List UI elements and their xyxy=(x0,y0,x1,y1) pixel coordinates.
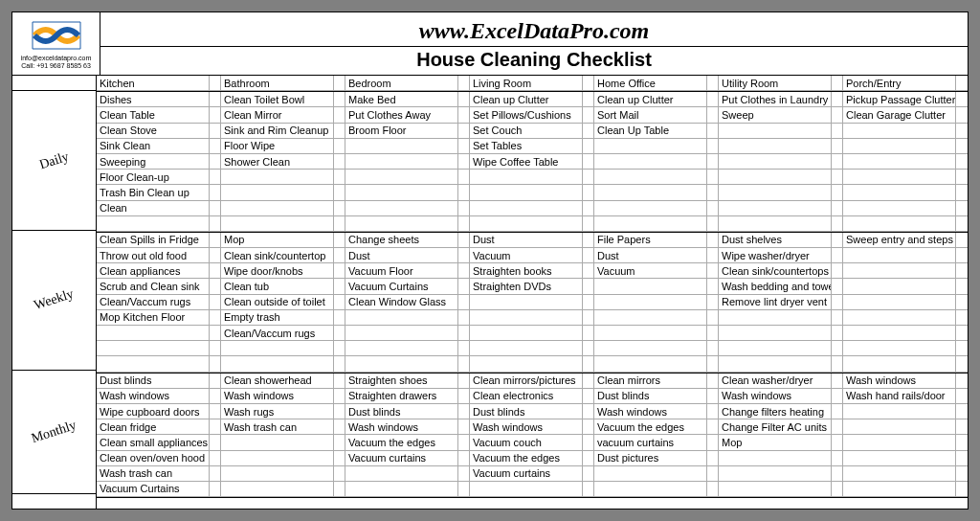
check-cell[interactable] xyxy=(583,154,594,170)
check-cell[interactable] xyxy=(707,92,719,107)
check-cell[interactable] xyxy=(832,233,843,248)
check-cell[interactable] xyxy=(956,92,968,107)
check-cell[interactable] xyxy=(334,389,345,404)
check-cell[interactable] xyxy=(210,482,221,497)
check-cell[interactable] xyxy=(210,435,221,450)
check-cell[interactable] xyxy=(458,279,470,294)
check-cell[interactable] xyxy=(210,404,221,419)
check-cell[interactable] xyxy=(334,139,345,154)
check-cell[interactable] xyxy=(583,185,594,200)
check-cell[interactable] xyxy=(210,233,221,248)
check-cell[interactable] xyxy=(210,263,221,279)
check-cell[interactable] xyxy=(210,466,221,482)
check-cell[interactable] xyxy=(832,154,843,170)
check-cell[interactable] xyxy=(707,482,719,497)
check-cell[interactable] xyxy=(458,404,470,419)
check-cell[interactable] xyxy=(707,154,719,170)
check-cell[interactable] xyxy=(458,154,470,170)
check-cell[interactable] xyxy=(458,482,470,497)
check-cell[interactable] xyxy=(707,263,719,279)
check-cell[interactable] xyxy=(832,356,843,372)
check-cell[interactable] xyxy=(210,374,221,389)
check-cell[interactable] xyxy=(707,279,719,294)
check-cell[interactable] xyxy=(334,419,345,435)
check-cell[interactable] xyxy=(583,92,594,107)
check-cell[interactable] xyxy=(956,216,968,232)
check-cell[interactable] xyxy=(956,374,968,389)
check-cell[interactable] xyxy=(458,107,470,123)
check-cell[interactable] xyxy=(334,248,345,263)
check-cell[interactable] xyxy=(956,154,968,170)
check-cell[interactable] xyxy=(956,248,968,263)
check-cell[interactable] xyxy=(832,419,843,435)
check-cell[interactable] xyxy=(210,248,221,263)
check-cell[interactable] xyxy=(210,451,221,466)
check-cell[interactable] xyxy=(832,466,843,482)
check-cell[interactable] xyxy=(956,482,968,497)
check-cell[interactable] xyxy=(583,201,594,216)
check-cell[interactable] xyxy=(832,216,843,232)
check-cell[interactable] xyxy=(334,92,345,107)
check-cell[interactable] xyxy=(707,185,719,200)
check-cell[interactable] xyxy=(956,419,968,435)
check-cell[interactable] xyxy=(334,310,345,326)
check-cell[interactable] xyxy=(334,482,345,497)
check-cell[interactable] xyxy=(707,419,719,435)
check-cell[interactable] xyxy=(832,185,843,200)
check-cell[interactable] xyxy=(956,295,968,310)
check-cell[interactable] xyxy=(210,389,221,404)
check-cell[interactable] xyxy=(458,326,470,341)
check-cell[interactable] xyxy=(210,185,221,200)
check-cell[interactable] xyxy=(210,295,221,310)
check-cell[interactable] xyxy=(956,201,968,216)
check-cell[interactable] xyxy=(334,295,345,310)
check-cell[interactable] xyxy=(832,124,843,139)
check-cell[interactable] xyxy=(334,201,345,216)
check-cell[interactable] xyxy=(458,389,470,404)
check-cell[interactable] xyxy=(956,389,968,404)
check-cell[interactable] xyxy=(956,310,968,326)
check-cell[interactable] xyxy=(334,451,345,466)
check-cell[interactable] xyxy=(832,389,843,404)
check-cell[interactable] xyxy=(707,374,719,389)
check-cell[interactable] xyxy=(458,341,470,356)
check-cell[interactable] xyxy=(210,92,221,107)
check-cell[interactable] xyxy=(210,201,221,216)
check-cell[interactable] xyxy=(583,356,594,372)
check-cell[interactable] xyxy=(458,124,470,139)
check-cell[interactable] xyxy=(458,466,470,482)
check-cell[interactable] xyxy=(334,185,345,200)
check-cell[interactable] xyxy=(583,326,594,341)
check-cell[interactable] xyxy=(832,435,843,450)
check-cell[interactable] xyxy=(832,326,843,341)
check-cell[interactable] xyxy=(334,356,345,372)
check-cell[interactable] xyxy=(458,263,470,279)
check-cell[interactable] xyxy=(210,326,221,341)
check-cell[interactable] xyxy=(334,435,345,450)
check-cell[interactable] xyxy=(583,124,594,139)
check-cell[interactable] xyxy=(334,466,345,482)
check-cell[interactable] xyxy=(707,310,719,326)
check-cell[interactable] xyxy=(832,341,843,356)
check-cell[interactable] xyxy=(458,216,470,232)
check-cell[interactable] xyxy=(832,374,843,389)
check-cell[interactable] xyxy=(583,466,594,482)
check-cell[interactable] xyxy=(583,310,594,326)
check-cell[interactable] xyxy=(832,139,843,154)
check-cell[interactable] xyxy=(583,139,594,154)
check-cell[interactable] xyxy=(832,263,843,279)
check-cell[interactable] xyxy=(458,419,470,435)
check-cell[interactable] xyxy=(583,341,594,356)
check-cell[interactable] xyxy=(707,139,719,154)
check-cell[interactable] xyxy=(458,139,470,154)
check-cell[interactable] xyxy=(334,341,345,356)
check-cell[interactable] xyxy=(583,279,594,294)
check-cell[interactable] xyxy=(210,170,221,185)
check-cell[interactable] xyxy=(210,154,221,170)
check-cell[interactable] xyxy=(210,216,221,232)
check-cell[interactable] xyxy=(583,419,594,435)
check-cell[interactable] xyxy=(210,419,221,435)
check-cell[interactable] xyxy=(956,466,968,482)
check-cell[interactable] xyxy=(583,233,594,248)
check-cell[interactable] xyxy=(583,482,594,497)
